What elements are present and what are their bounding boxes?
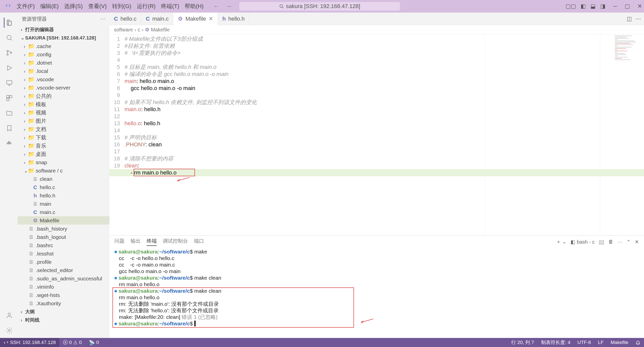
tree-item[interactable]: 🗎clean	[18, 175, 109, 183]
terminal[interactable]: sakura@sakura:~/software/c$ make cc -c -…	[109, 246, 644, 338]
panel-bottom-icon[interactable]: ⬓	[590, 3, 596, 10]
split-editor-icon[interactable]: ◫	[627, 16, 632, 22]
terminal-profile[interactable]: ◧ bash - c	[571, 239, 595, 245]
docker-icon[interactable]	[4, 138, 14, 148]
nav-back-icon[interactable]: ←	[211, 2, 222, 11]
svg-point-0	[280, 5, 283, 8]
tree-item[interactable]: ›📁公共的	[18, 92, 109, 100]
status-cursor-position[interactable]: 行 20, 列 7	[508, 339, 538, 346]
extensions-icon[interactable]	[4, 93, 14, 103]
tree-item[interactable]: ›📁.local	[18, 67, 109, 75]
menu-item[interactable]: 运行(R)	[134, 2, 158, 11]
tree-item[interactable]: ›📁.cache	[18, 42, 109, 50]
menu-item[interactable]: 选择(S)	[62, 2, 85, 11]
terminal-split-icon[interactable]: ▯▯	[599, 239, 604, 245]
maximize-icon[interactable]: ▢	[625, 3, 630, 10]
breadcrumb[interactable]: software› c› ⚙Makefile	[109, 25, 644, 34]
tree-item[interactable]: ›📁视频	[18, 108, 109, 117]
tree-item[interactable]: Chello.c	[18, 183, 109, 191]
tree-item[interactable]: 🗎.bashrc	[18, 241, 109, 249]
panel-tab-debug[interactable]: 调试控制台	[163, 238, 188, 246]
folder-icon[interactable]	[4, 108, 14, 118]
tree-item[interactable]: 🗎.lesshst	[18, 249, 109, 258]
tree-item[interactable]: 🗎main	[18, 200, 109, 208]
tree-item[interactable]: ›📁桌面	[18, 150, 109, 158]
accounts-icon[interactable]	[4, 310, 14, 320]
status-language[interactable]: Makefile	[607, 340, 632, 345]
source-control-icon[interactable]	[4, 48, 14, 58]
tree-item[interactable]: ›📁模板	[18, 100, 109, 108]
command-center[interactable]: sakura [SSH: 192.168.47.128]	[239, 2, 400, 11]
menu-item[interactable]: 帮助(H)	[182, 2, 206, 11]
section-timeline[interactable]: ›时间线	[18, 316, 109, 324]
settings-icon[interactable]	[4, 325, 14, 335]
more-icon[interactable]: ⋯	[100, 16, 105, 22]
tree-item[interactable]: ›📁下载	[18, 133, 109, 142]
tree-item[interactable]: 🗎.bash_logout	[18, 233, 109, 241]
tree-item[interactable]: 🗎.sudo_as_admin_successful	[18, 274, 109, 283]
status-ports[interactable]: 📡0	[85, 340, 103, 345]
status-notifications-icon[interactable]	[632, 340, 644, 345]
panel-maximize-icon[interactable]: ⌃	[626, 239, 631, 245]
remote-explorer-icon[interactable]	[4, 78, 14, 88]
status-encoding[interactable]: UTF-8	[574, 340, 594, 345]
editor-tab[interactable]: Chello.c	[109, 13, 141, 25]
section-open-editors[interactable]: ›打开的编辑器	[18, 25, 109, 34]
editor-tab[interactable]: Cmain.c	[141, 13, 173, 25]
terminal-new-icon[interactable]: ＋ ⌄	[556, 238, 567, 245]
tree-item[interactable]: ›📁音乐	[18, 142, 109, 150]
svg-point-3	[7, 54, 8, 55]
close-icon[interactable]: ✕	[637, 3, 642, 10]
menu-item[interactable]: 文件(F)	[14, 2, 37, 11]
terminal-more-icon[interactable]: ⋯	[617, 239, 622, 245]
panel-close-icon[interactable]: ✕	[635, 239, 639, 245]
status-remote[interactable]: SSH: 192.168.47.128	[0, 338, 59, 347]
tree-item[interactable]: hhello.h	[18, 191, 109, 200]
tree-item[interactable]: ›📁snap	[18, 158, 109, 166]
minimize-icon[interactable]: ─	[613, 3, 617, 10]
tab-more-icon[interactable]: ⋯	[635, 16, 641, 22]
tree-item[interactable]: ›📁图片	[18, 117, 109, 125]
tree-item[interactable]: ›📁.dotnet	[18, 59, 109, 67]
bookmark-icon[interactable]	[4, 123, 14, 133]
menu-item[interactable]: 终端(T)	[158, 2, 182, 11]
tree-item[interactable]: 🗎.profile	[18, 258, 109, 266]
tree-item[interactable]: 🗎.Xauthority	[18, 299, 109, 308]
tree-item[interactable]: ›📁.config	[18, 50, 109, 59]
panel-tab-output[interactable]: 输出	[131, 238, 141, 246]
tree-item[interactable]: ›📁.vscode-server	[18, 83, 109, 92]
search-icon[interactable]	[4, 33, 14, 43]
panel-tab-terminal[interactable]: 终端	[147, 238, 157, 246]
tree-item[interactable]: ›📁.vscode	[18, 75, 109, 83]
tree-item[interactable]: 🗎.wget-hsts	[18, 291, 109, 299]
code-editor[interactable]: 1234567891011121314151617181920 # Makefi…	[109, 34, 644, 235]
run-debug-icon[interactable]	[4, 63, 14, 73]
status-problems[interactable]: ⓧ0 ⚠0	[59, 339, 85, 346]
tree-item[interactable]: ⌄📁software / c	[18, 166, 109, 175]
status-eol[interactable]: LF	[594, 340, 607, 345]
tree-item[interactable]: ›📁文档	[18, 125, 109, 133]
tree-item[interactable]: Cmain.c	[18, 208, 109, 216]
panel-tab-ports[interactable]: 端口	[194, 238, 204, 246]
tree-item[interactable]: 🗎.bash_history	[18, 225, 109, 233]
section-outline[interactable]: ›大纲	[18, 308, 109, 316]
section-workspace[interactable]: ⌄SAKURA [SSH: 192.168.47.128]	[18, 34, 109, 42]
tree-item[interactable]: 🗎.selected_editor	[18, 266, 109, 274]
status-tab-size[interactable]: 制表符长度: 4	[538, 339, 574, 346]
panel-tab-problems[interactable]: 问题	[114, 238, 125, 246]
menu-item[interactable]: 查看(V)	[86, 2, 109, 11]
editor-tab[interactable]: hhello.h	[218, 13, 249, 25]
nav-forward-icon[interactable]: →	[224, 2, 234, 11]
bottom-panel: 问题 输出 终端 调试控制台 端口 ＋ ⌄ ◧ bash - c ▯▯ 🗑 ⋯ …	[109, 235, 644, 338]
explorer-icon[interactable]	[4, 18, 14, 28]
tree-item[interactable]: 🗎.viminfo	[18, 283, 109, 291]
tree-item[interactable]: ⚙Makefile	[18, 216, 109, 225]
panel-right-icon[interactable]: ◨	[600, 3, 606, 10]
editor-tab[interactable]: ⚙Makefile✕	[173, 13, 218, 25]
menu-item[interactable]: 编辑(E)	[38, 2, 61, 11]
terminal-kill-icon[interactable]: 🗑	[608, 239, 613, 245]
panel-left-icon[interactable]: ◧	[581, 3, 586, 10]
menu-item[interactable]: 转到(G)	[110, 2, 134, 11]
tab-close-icon[interactable]: ✕	[209, 16, 213, 22]
layout-icon[interactable]: ▢▢	[566, 3, 576, 10]
